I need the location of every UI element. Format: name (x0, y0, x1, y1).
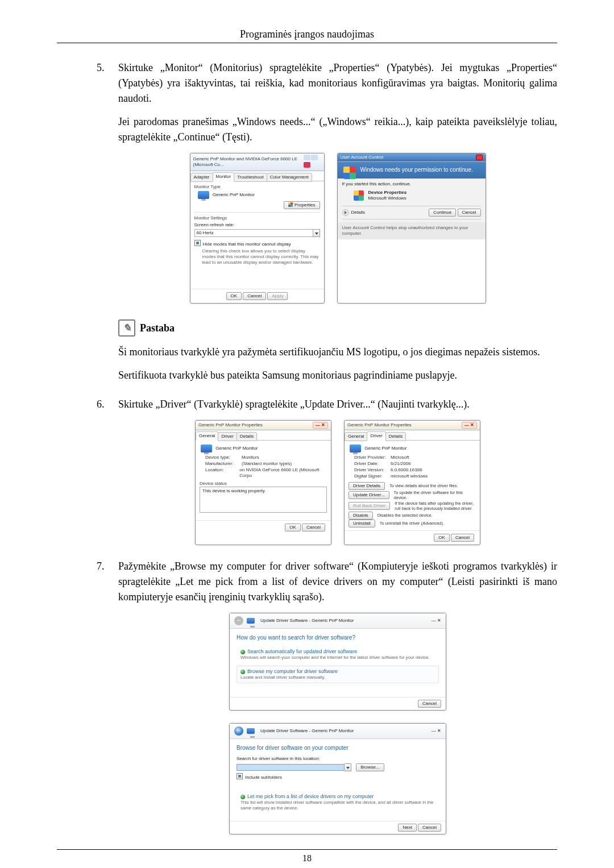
manufacturer-label: Manufacturer: (205, 461, 238, 467)
opt-pick-list[interactable]: Let me pick from a list of device driver… (237, 791, 439, 814)
cancel-button[interactable]: Cancel (458, 209, 481, 217)
date-value: 6/21/2006 (391, 461, 411, 467)
details-toggle[interactable]: Details (351, 210, 365, 215)
fig4-titlebar: Generic PnP Monitor Properties — ✕ (345, 421, 480, 430)
close-icon[interactable]: — ✕ (432, 618, 441, 624)
next-button[interactable]: Next (398, 824, 416, 832)
tab-details[interactable]: Details (237, 432, 257, 441)
uninstall-desc: To uninstall the driver (Advanced). (380, 521, 444, 526)
uninstall-button[interactable]: Uninstall (349, 520, 375, 528)
uac-footer: User Account Control helps stop unauthor… (338, 222, 486, 239)
opt-search-auto[interactable]: Search automatically for updated driver … (237, 646, 439, 663)
date-label: Driver Date: (354, 461, 387, 467)
device-status-label: Device status (200, 481, 327, 487)
hide-modes-checkbox[interactable]: Hide modes that this monitor cannot disp… (194, 240, 320, 247)
chevron-down-icon[interactable] (345, 763, 351, 771)
driver-details-button[interactable]: Driver Details (349, 482, 385, 490)
app-icon (354, 190, 364, 201)
continue-button[interactable]: Continue (429, 209, 456, 217)
close-icon[interactable]: — ✕ (313, 422, 328, 429)
tab-general[interactable]: General (345, 432, 367, 441)
properties-button[interactable]: Properties (284, 201, 320, 209)
fig4-title: Generic PnP Monitor Properties (347, 422, 412, 428)
browse-button[interactable]: Browse... (356, 763, 384, 771)
fig6-title: Update Driver Software - Generic PnP Mon… (260, 728, 354, 734)
fig5-title: Update Driver Software - Generic PnP Mon… (260, 618, 354, 624)
cancel-button[interactable]: Cancel (243, 292, 266, 300)
step-7-number: 7. (97, 559, 105, 574)
update-driver-desc: To update the driver software for this d… (394, 490, 476, 501)
uac-headline: Windows needs your permission to continu… (360, 167, 473, 173)
step-6: 6. Skirtuke „Driver“ (Tvarkyklė) spragte… (97, 397, 557, 545)
location-input[interactable] (237, 764, 345, 771)
tab-details[interactable]: Details (385, 432, 406, 441)
tab-general[interactable]: General (196, 431, 218, 441)
version-value: 6.0.6000.16386 (391, 467, 422, 473)
close-icon[interactable] (476, 155, 483, 160)
tab-color[interactable]: Color Management (267, 173, 312, 182)
chevron-down-icon[interactable] (313, 229, 320, 237)
step-5-text: Skirtuke „Monitor“ (Monitorius) spragtel… (118, 62, 557, 104)
driver-details-desc: To view details about the driver files. (389, 483, 458, 488)
cancel-button[interactable]: Cancel (418, 824, 441, 832)
monitor-icon (201, 445, 212, 452)
ok-button[interactable]: OK (285, 524, 301, 531)
uac-publisher: Microsoft Windows (368, 196, 407, 201)
tab-adapter[interactable]: Adapter (190, 173, 213, 182)
monitor-icon (350, 445, 361, 452)
cancel-button[interactable]: Cancel (451, 534, 474, 542)
refresh-rate-select[interactable]: 60 Hertz (194, 229, 313, 237)
arrow-icon (240, 670, 245, 674)
include-subfolders-checkbox[interactable]: Include subfolders (237, 773, 439, 780)
monitor-icon (198, 191, 209, 199)
arrow-icon (240, 795, 245, 799)
uac-started: If you started this action, continue. (342, 181, 481, 187)
disable-desc: Disables the selected device. (377, 513, 433, 518)
step-6-number: 6. (97, 397, 105, 412)
monitor-icon (247, 618, 255, 624)
fig-monitor-properties: Generic PnP Monitor and NVIDIA GeForce 6… (190, 153, 325, 304)
back-icon[interactable]: ← (234, 726, 243, 736)
device-status-box: This device is working properly. (200, 487, 327, 513)
fig1-title: Generic PnP Monitor and NVIDIA GeForce 6… (193, 156, 304, 168)
close-icon[interactable] (304, 162, 310, 168)
devtype-label: Device type: (205, 455, 238, 460)
fig-driver-tab: Generic PnP Monitor Properties — ✕ Gener… (344, 420, 480, 545)
opt-browse[interactable]: Browse my computer for driver software L… (237, 666, 439, 683)
step-7: 7. Pažymėkite „Browse my computer for dr… (97, 559, 557, 834)
device-name: Generic PnP Monitor (364, 446, 406, 451)
cancel-button[interactable]: Cancel (418, 700, 441, 708)
tab-driver[interactable]: Driver (367, 431, 385, 441)
close-icon[interactable]: — ✕ (462, 422, 477, 429)
tab-monitor[interactable]: Monitor (213, 172, 235, 181)
page-header: Programinės įrangos naudojimas (57, 28, 557, 43)
shield-icon (343, 167, 356, 179)
back-icon: ← (234, 616, 243, 625)
opt-browse-desc: Locate and install driver software manua… (240, 675, 435, 680)
fig1-titlebar: Generic PnP Monitor and NVIDIA GeForce 6… (190, 153, 324, 171)
min-icon[interactable] (304, 155, 310, 160)
max-icon[interactable] (311, 155, 318, 160)
cancel-button[interactable]: Cancel (302, 524, 325, 531)
ok-button[interactable]: OK (226, 292, 242, 300)
disable-button[interactable]: Disable (349, 512, 373, 520)
fig-wizard-browse: ← Update Driver Software - Generic PnP M… (229, 723, 446, 834)
close-icon[interactable]: — ✕ (432, 728, 441, 734)
opt-search-auto-desc: Windows will search your computer and th… (240, 655, 435, 661)
note-icon: ✎ (118, 319, 135, 337)
signer-label: Digital Signer: (354, 474, 387, 479)
update-driver-button[interactable]: Update Driver... (349, 491, 389, 499)
tab-driver[interactable]: Driver (218, 432, 237, 441)
note-paragraph-1: Ši monitoriaus tvarkyklė yra pažymėta se… (118, 344, 557, 360)
chevron-down-icon[interactable] (342, 209, 349, 216)
tab-troubleshoot[interactable]: Troubleshoot (234, 173, 267, 182)
monitor-name: Generic PnP Monitor (213, 192, 255, 197)
device-name: Generic PnP Monitor (215, 446, 258, 451)
location-value: on NVIDIA GeForce 6600 LE (Microsoft Cor… (239, 467, 327, 479)
fig1-tabs: Adapter Monitor Troubleshoot Color Manag… (190, 171, 324, 181)
hide-modes-desc: Clearing this check box allows you to se… (202, 248, 320, 265)
rollback-driver-button: Roll Back Driver (349, 502, 390, 510)
opt-search-auto-title: Search automatically for updated driver … (247, 649, 357, 654)
step-7-text: Pažymėkite „Browse my computer for drive… (118, 560, 557, 603)
ok-button[interactable]: OK (434, 534, 450, 542)
